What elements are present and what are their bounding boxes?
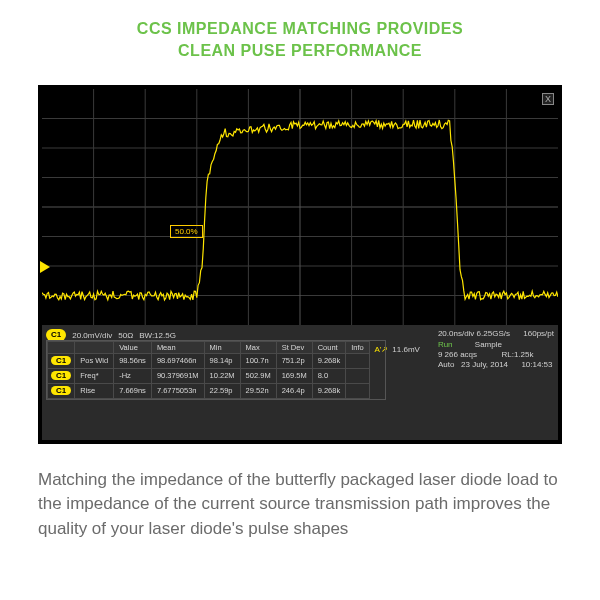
cell: 246.4p: [276, 383, 312, 398]
cell: [346, 368, 370, 383]
trigger-level: 11.6mV: [392, 345, 420, 354]
cell: Freq*: [75, 368, 114, 383]
col-header: Info: [346, 341, 370, 353]
cell: 502.9M: [240, 368, 276, 383]
col-header: Min: [204, 341, 240, 353]
cell: 98.697466n: [151, 353, 204, 368]
col-header: Count: [312, 341, 346, 353]
table-row: C1Rise7.669ns7.6775053n22.59p29.52n246.4…: [48, 383, 370, 398]
cell: Rise: [75, 383, 114, 398]
channel-badge[interactable]: C1: [51, 371, 71, 380]
cell: 9.268k: [312, 383, 346, 398]
cell: 7.669ns: [114, 383, 152, 398]
close-icon[interactable]: X: [542, 93, 554, 105]
col-header: St Dev: [276, 341, 312, 353]
col-header: [75, 341, 114, 353]
trigger-mode: Auto: [438, 360, 454, 369]
channel-badge[interactable]: C1: [51, 386, 71, 395]
cell: 29.52n: [240, 383, 276, 398]
oscilloscope-frame: 50.0% X C1 20.0mV/div 50Ω BW:12.5G A'↗ 1…: [38, 85, 562, 444]
cell: [346, 383, 370, 398]
cell: 169.5M: [276, 368, 312, 383]
cursor-readout: 50.0%: [170, 225, 203, 238]
scope-readout-panel: C1 20.0mV/div 50Ω BW:12.5G A'↗ 11.6mV 20…: [42, 325, 558, 440]
col-header: Max: [240, 341, 276, 353]
input-impedance: 50Ω: [118, 331, 133, 340]
cell: 10.22M: [204, 368, 240, 383]
record-length: RL:1.25k: [501, 350, 533, 359]
col-header: Mean: [151, 341, 204, 353]
measurements-table: ValueMeanMinMaxSt DevCountInfo C1Pos Wid…: [46, 340, 386, 400]
bandwidth-label: BW:12.5G: [139, 331, 176, 340]
acq-mode: Sample: [475, 340, 502, 349]
cell: C1: [48, 383, 75, 398]
vertical-scale: 20.0mV/div: [72, 331, 112, 340]
title-line-1: CCS IMPEDANCE MATCHING PROVIDES: [20, 18, 580, 40]
resolution: 160ps/pt: [523, 329, 554, 338]
cell: 9.268k: [312, 353, 346, 368]
waveform-trace: [42, 89, 558, 325]
caption-text: Matching the impedance of the butterfly …: [0, 444, 600, 542]
cell: 22.59p: [204, 383, 240, 398]
cell: 98.14p: [204, 353, 240, 368]
cell: C1: [48, 353, 75, 368]
oscilloscope-screen: 50.0% X: [42, 89, 558, 325]
cell: 98.56ns: [114, 353, 152, 368]
cell: 7.6775053n: [151, 383, 204, 398]
cell: 100.7n: [240, 353, 276, 368]
title-line-2: CLEAN PUSE PERFORMANCE: [20, 40, 580, 62]
channel-badge[interactable]: C1: [51, 356, 71, 365]
acq-count: 9 266 acqs: [438, 350, 477, 359]
table-row: C1Pos Wid98.56ns98.697466n98.14p100.7n75…: [48, 353, 370, 368]
cell: -Hz: [114, 368, 152, 383]
date-label: 23 July, 2014: [461, 360, 508, 369]
col-header: [48, 341, 75, 353]
cell: C1: [48, 368, 75, 383]
table-row: C1Freq*-Hz90.379691M10.22M502.9M169.5M8.…: [48, 368, 370, 383]
sample-rate: 6.25GS/s: [477, 329, 510, 338]
time-label: 10:14:53: [521, 360, 552, 369]
run-status: Run: [438, 340, 453, 349]
cell: 751.2p: [276, 353, 312, 368]
cell: Pos Wid: [75, 353, 114, 368]
timebase-block: 20.0ns/div 6.25GS/s 160ps/pt Run Sample …: [438, 329, 554, 371]
cell: [346, 353, 370, 368]
ch1-ground-marker: [40, 261, 50, 273]
page-title: CCS IMPEDANCE MATCHING PROVIDES CLEAN PU…: [0, 0, 600, 65]
timebase-scale: 20.0ns/div: [438, 329, 474, 338]
cell: 8.0: [312, 368, 346, 383]
col-header: Value: [114, 341, 152, 353]
cell: 90.379691M: [151, 368, 204, 383]
